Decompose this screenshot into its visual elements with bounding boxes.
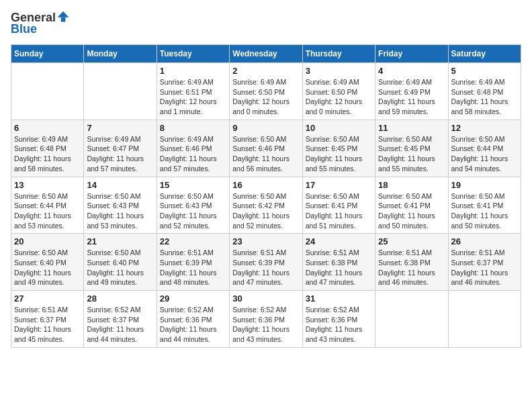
day-info: Sunrise: 6:50 AM Sunset: 6:43 PM Dayligh… (87, 191, 153, 231)
day-number: 23 (232, 236, 299, 246)
day-number: 8 (160, 123, 226, 133)
day-number: 13 (14, 180, 81, 190)
calendar-day-cell: 11Sunrise: 6:50 AM Sunset: 6:45 PM Dayli… (375, 120, 448, 177)
day-number: 14 (87, 180, 153, 190)
weekday-header: Friday (375, 45, 448, 63)
day-info: Sunrise: 6:49 AM Sunset: 6:49 PM Dayligh… (378, 77, 445, 117)
day-info: Sunrise: 6:52 AM Sunset: 6:37 PM Dayligh… (87, 305, 153, 345)
calendar-day-cell: 19Sunrise: 6:50 AM Sunset: 6:41 PM Dayli… (448, 177, 521, 234)
day-number: 16 (232, 180, 299, 190)
calendar-day-cell: 3Sunrise: 6:49 AM Sunset: 6:50 PM Daylig… (302, 63, 375, 120)
day-number: 20 (14, 236, 81, 246)
day-number: 30 (232, 293, 299, 304)
calendar-day-cell: 26Sunrise: 6:51 AM Sunset: 6:37 PM Dayli… (448, 234, 521, 291)
day-info: Sunrise: 6:51 AM Sunset: 6:39 PM Dayligh… (160, 248, 226, 287)
calendar-week-row: 1Sunrise: 6:49 AM Sunset: 6:51 PM Daylig… (11, 63, 521, 120)
day-info: Sunrise: 6:51 AM Sunset: 6:38 PM Dayligh… (378, 248, 445, 287)
calendar-day-cell: 25Sunrise: 6:51 AM Sunset: 6:38 PM Dayli… (375, 234, 448, 291)
calendar-week-row: 6Sunrise: 6:49 AM Sunset: 6:48 PM Daylig… (11, 120, 521, 177)
calendar-day-cell: 10Sunrise: 6:50 AM Sunset: 6:45 PM Dayli… (302, 120, 375, 177)
day-number: 3 (306, 66, 372, 76)
calendar-day-cell (11, 63, 84, 120)
day-number: 9 (232, 123, 299, 133)
day-info: Sunrise: 6:51 AM Sunset: 6:39 PM Dayligh… (232, 248, 299, 287)
calendar-day-cell: 14Sunrise: 6:50 AM Sunset: 6:43 PM Dayli… (84, 177, 157, 234)
day-number: 31 (306, 293, 372, 304)
day-info: Sunrise: 6:51 AM Sunset: 6:38 PM Dayligh… (306, 248, 372, 287)
day-info: Sunrise: 6:50 AM Sunset: 6:43 PM Dayligh… (160, 191, 226, 231)
day-info: Sunrise: 6:50 AM Sunset: 6:42 PM Dayligh… (232, 191, 299, 231)
calendar-day-cell (84, 63, 157, 120)
day-number: 12 (451, 123, 518, 133)
svg-marker-0 (58, 11, 69, 17)
calendar-day-cell: 2Sunrise: 6:49 AM Sunset: 6:50 PM Daylig… (230, 63, 302, 120)
day-number: 10 (306, 123, 372, 133)
calendar-day-cell: 28Sunrise: 6:52 AM Sunset: 6:37 PM Dayli… (84, 291, 157, 348)
day-info: Sunrise: 6:52 AM Sunset: 6:36 PM Dayligh… (232, 305, 299, 345)
day-info: Sunrise: 6:50 AM Sunset: 6:44 PM Dayligh… (14, 191, 81, 231)
day-number: 28 (87, 293, 153, 304)
day-info: Sunrise: 6:49 AM Sunset: 6:50 PM Dayligh… (232, 77, 299, 117)
day-number: 6 (14, 123, 81, 133)
day-info: Sunrise: 6:51 AM Sunset: 6:37 PM Dayligh… (14, 305, 81, 345)
page-header: General Blue (11, 11, 521, 36)
weekday-header: Tuesday (157, 45, 229, 63)
calendar-week-row: 27Sunrise: 6:51 AM Sunset: 6:37 PM Dayli… (11, 291, 521, 348)
weekday-header: Monday (84, 45, 157, 63)
day-info: Sunrise: 6:50 AM Sunset: 6:45 PM Dayligh… (378, 134, 445, 174)
calendar-day-cell: 7Sunrise: 6:49 AM Sunset: 6:47 PM Daylig… (84, 120, 157, 177)
day-info: Sunrise: 6:52 AM Sunset: 6:36 PM Dayligh… (306, 305, 372, 345)
day-number: 2 (232, 66, 299, 76)
calendar-day-cell: 17Sunrise: 6:50 AM Sunset: 6:41 PM Dayli… (302, 177, 375, 234)
day-info: Sunrise: 6:51 AM Sunset: 6:37 PM Dayligh… (451, 248, 518, 287)
day-number: 5 (451, 66, 518, 76)
calendar-day-cell: 20Sunrise: 6:50 AM Sunset: 6:40 PM Dayli… (11, 234, 84, 291)
day-info: Sunrise: 6:50 AM Sunset: 6:46 PM Dayligh… (232, 134, 299, 174)
calendar-day-cell: 6Sunrise: 6:49 AM Sunset: 6:48 PM Daylig… (11, 120, 84, 177)
day-info: Sunrise: 6:50 AM Sunset: 6:44 PM Dayligh… (451, 134, 518, 174)
calendar-day-cell: 23Sunrise: 6:51 AM Sunset: 6:39 PM Dayli… (230, 234, 302, 291)
day-number: 18 (378, 180, 445, 190)
calendar-day-cell: 4Sunrise: 6:49 AM Sunset: 6:49 PM Daylig… (375, 63, 448, 120)
day-number: 21 (87, 236, 153, 246)
calendar-day-cell: 21Sunrise: 6:50 AM Sunset: 6:40 PM Dayli… (84, 234, 157, 291)
day-number: 29 (160, 293, 226, 304)
calendar-day-cell: 31Sunrise: 6:52 AM Sunset: 6:36 PM Dayli… (302, 291, 375, 348)
calendar-day-cell: 30Sunrise: 6:52 AM Sunset: 6:36 PM Dayli… (230, 291, 302, 348)
calendar-table: SundayMondayTuesdayWednesdayThursdayFrid… (11, 44, 521, 348)
day-info: Sunrise: 6:52 AM Sunset: 6:36 PM Dayligh… (160, 305, 226, 345)
day-info: Sunrise: 6:50 AM Sunset: 6:40 PM Dayligh… (87, 248, 153, 287)
calendar-day-cell: 16Sunrise: 6:50 AM Sunset: 6:42 PM Dayli… (230, 177, 302, 234)
day-info: Sunrise: 6:50 AM Sunset: 6:41 PM Dayligh… (451, 191, 518, 231)
logo-triangle-icon (56, 10, 70, 24)
weekday-header: Saturday (448, 45, 521, 63)
calendar-day-cell: 24Sunrise: 6:51 AM Sunset: 6:38 PM Dayli… (302, 234, 375, 291)
calendar-day-cell (375, 291, 448, 348)
day-number: 15 (160, 180, 226, 190)
day-number: 27 (14, 293, 81, 304)
calendar-day-cell: 22Sunrise: 6:51 AM Sunset: 6:39 PM Dayli… (157, 234, 229, 291)
logo: General Blue (11, 11, 71, 36)
day-number: 19 (451, 180, 518, 190)
day-number: 24 (306, 236, 372, 246)
calendar-day-cell: 12Sunrise: 6:50 AM Sunset: 6:44 PM Dayli… (448, 120, 521, 177)
calendar-week-row: 20Sunrise: 6:50 AM Sunset: 6:40 PM Dayli… (11, 234, 521, 291)
day-info: Sunrise: 6:50 AM Sunset: 6:45 PM Dayligh… (306, 134, 372, 174)
calendar-day-cell: 1Sunrise: 6:49 AM Sunset: 6:51 PM Daylig… (157, 63, 229, 120)
day-info: Sunrise: 6:49 AM Sunset: 6:48 PM Dayligh… (451, 77, 518, 117)
calendar-day-cell (448, 291, 521, 348)
svg-rect-1 (61, 17, 66, 21)
day-number: 17 (306, 180, 372, 190)
weekday-header: Wednesday (230, 45, 302, 63)
day-number: 7 (87, 123, 153, 133)
calendar-day-cell: 5Sunrise: 6:49 AM Sunset: 6:48 PM Daylig… (448, 63, 521, 120)
calendar-day-cell: 29Sunrise: 6:52 AM Sunset: 6:36 PM Dayli… (157, 291, 229, 348)
day-info: Sunrise: 6:50 AM Sunset: 6:40 PM Dayligh… (14, 248, 81, 287)
day-info: Sunrise: 6:50 AM Sunset: 6:41 PM Dayligh… (378, 191, 445, 231)
day-info: Sunrise: 6:50 AM Sunset: 6:41 PM Dayligh… (306, 191, 372, 231)
day-number: 1 (160, 66, 226, 76)
day-number: 22 (160, 236, 226, 246)
calendar-day-cell: 27Sunrise: 6:51 AM Sunset: 6:37 PM Dayli… (11, 291, 84, 348)
weekday-header: Thursday (302, 45, 375, 63)
calendar-day-cell: 15Sunrise: 6:50 AM Sunset: 6:43 PM Dayli… (157, 177, 229, 234)
